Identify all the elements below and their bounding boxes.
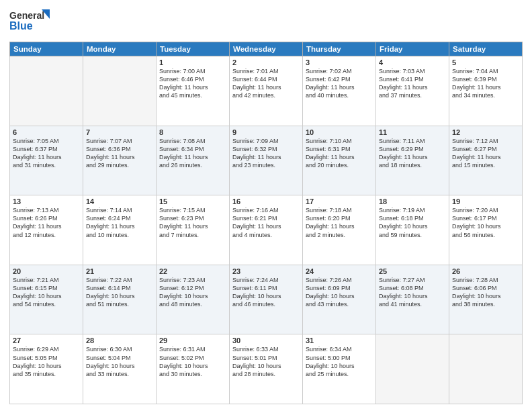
day-number: 10 (306, 128, 373, 136)
svg-text:Blue: Blue (9, 20, 33, 32)
day-header-saturday: Saturday (449, 42, 523, 56)
calendar-week-row: 27Sunrise: 6:29 AM Sunset: 5:05 PM Dayli… (10, 334, 523, 404)
day-info: Sunrise: 7:08 AM Sunset: 6:34 PM Dayligh… (159, 137, 226, 170)
day-info: Sunrise: 6:31 AM Sunset: 5:02 PM Dayligh… (159, 345, 226, 378)
calendar-week-row: 1Sunrise: 7:00 AM Sunset: 6:46 PM Daylig… (10, 56, 523, 126)
calendar-cell: 25Sunrise: 7:27 AM Sunset: 6:08 PM Dayli… (376, 265, 449, 334)
day-info: Sunrise: 7:19 AM Sunset: 6:18 PM Dayligh… (379, 206, 446, 239)
calendar-cell: 12Sunrise: 7:12 AM Sunset: 6:27 PM Dayli… (449, 126, 523, 195)
calendar-cell: 11Sunrise: 7:11 AM Sunset: 6:29 PM Dayli… (376, 126, 449, 195)
day-info: Sunrise: 7:22 AM Sunset: 6:14 PM Dayligh… (86, 276, 153, 309)
day-info: Sunrise: 7:27 AM Sunset: 6:08 PM Dayligh… (379, 276, 446, 309)
calendar-cell: 20Sunrise: 7:21 AM Sunset: 6:15 PM Dayli… (10, 265, 83, 334)
day-number: 11 (379, 128, 446, 136)
calendar-cell: 30Sunrise: 6:33 AM Sunset: 5:01 PM Dayli… (230, 334, 303, 404)
day-info: Sunrise: 7:11 AM Sunset: 6:29 PM Dayligh… (379, 137, 446, 170)
calendar-cell: 22Sunrise: 7:23 AM Sunset: 6:12 PM Dayli… (157, 265, 230, 334)
day-number: 23 (232, 267, 300, 275)
day-info: Sunrise: 7:15 AM Sunset: 6:23 PM Dayligh… (159, 206, 226, 239)
day-info: Sunrise: 7:09 AM Sunset: 6:32 PM Dayligh… (232, 137, 300, 170)
svg-text:General: General (9, 10, 44, 21)
day-number: 26 (452, 267, 519, 275)
calendar-cell: 29Sunrise: 6:31 AM Sunset: 5:02 PM Dayli… (157, 334, 230, 404)
day-header-thursday: Thursday (303, 42, 376, 56)
calendar-cell: 18Sunrise: 7:19 AM Sunset: 6:18 PM Dayli… (376, 195, 449, 265)
logo-graphic: General Blue (9, 7, 50, 38)
day-number: 17 (306, 197, 373, 205)
calendar-week-row: 20Sunrise: 7:21 AM Sunset: 6:15 PM Dayli… (10, 265, 523, 334)
day-info: Sunrise: 7:18 AM Sunset: 6:20 PM Dayligh… (306, 206, 373, 239)
calendar-week-row: 6Sunrise: 7:05 AM Sunset: 6:37 PM Daylig… (10, 126, 523, 195)
day-number: 5 (452, 58, 519, 66)
calendar-cell: 8Sunrise: 7:08 AM Sunset: 6:34 PM Daylig… (157, 126, 230, 195)
calendar-cell: 26Sunrise: 7:28 AM Sunset: 6:06 PM Dayli… (449, 265, 523, 334)
day-info: Sunrise: 7:14 AM Sunset: 6:24 PM Dayligh… (86, 206, 153, 239)
day-header-friday: Friday (376, 42, 449, 56)
calendar-cell: 4Sunrise: 7:03 AM Sunset: 6:41 PM Daylig… (376, 56, 449, 126)
calendar-cell: 15Sunrise: 7:15 AM Sunset: 6:23 PM Dayli… (157, 195, 230, 265)
day-info: Sunrise: 7:16 AM Sunset: 6:21 PM Dayligh… (232, 206, 300, 239)
day-info: Sunrise: 7:20 AM Sunset: 6:17 PM Dayligh… (452, 206, 519, 239)
logo-svg: General Blue (9, 7, 50, 35)
day-info: Sunrise: 6:30 AM Sunset: 5:04 PM Dayligh… (86, 345, 153, 378)
day-number: 14 (86, 197, 153, 205)
day-number: 8 (159, 128, 226, 136)
day-header-wednesday: Wednesday (230, 42, 303, 56)
calendar-table: SundayMondayTuesdayWednesdayThursdayFrid… (9, 42, 523, 404)
day-info: Sunrise: 6:34 AM Sunset: 5:00 PM Dayligh… (306, 345, 373, 378)
calendar-cell: 1Sunrise: 7:00 AM Sunset: 6:46 PM Daylig… (157, 56, 230, 126)
day-info: Sunrise: 7:05 AM Sunset: 6:37 PM Dayligh… (13, 137, 80, 170)
day-info: Sunrise: 7:23 AM Sunset: 6:12 PM Dayligh… (159, 276, 226, 309)
day-header-monday: Monday (83, 42, 157, 56)
day-number: 22 (159, 267, 226, 275)
day-info: Sunrise: 7:26 AM Sunset: 6:09 PM Dayligh… (306, 276, 373, 309)
page: General Blue SundayMondayTuesdayWednesda… (0, 0, 532, 411)
day-number: 1 (159, 58, 226, 66)
day-info: Sunrise: 7:07 AM Sunset: 6:36 PM Dayligh… (86, 137, 153, 170)
day-number: 27 (13, 336, 80, 345)
calendar-header-row: SundayMondayTuesdayWednesdayThursdayFrid… (10, 42, 523, 56)
calendar-cell: 6Sunrise: 7:05 AM Sunset: 6:37 PM Daylig… (10, 126, 83, 195)
calendar-week-row: 13Sunrise: 7:13 AM Sunset: 6:26 PM Dayli… (10, 195, 523, 265)
calendar-cell (376, 334, 449, 404)
calendar-cell: 31Sunrise: 6:34 AM Sunset: 5:00 PM Dayli… (303, 334, 376, 404)
day-number: 19 (452, 197, 519, 205)
calendar-cell: 14Sunrise: 7:14 AM Sunset: 6:24 PM Dayli… (83, 195, 157, 265)
day-info: Sunrise: 7:24 AM Sunset: 6:11 PM Dayligh… (232, 276, 300, 309)
day-number: 24 (306, 267, 373, 275)
day-info: Sunrise: 7:02 AM Sunset: 6:42 PM Dayligh… (306, 67, 373, 100)
day-info: Sunrise: 6:33 AM Sunset: 5:01 PM Dayligh… (232, 345, 300, 378)
day-number: 21 (86, 267, 153, 275)
day-header-tuesday: Tuesday (157, 42, 230, 56)
calendar-cell (449, 334, 523, 404)
day-number: 20 (13, 267, 80, 275)
day-info: Sunrise: 7:03 AM Sunset: 6:41 PM Dayligh… (379, 67, 446, 100)
day-number: 2 (232, 58, 300, 66)
day-info: Sunrise: 7:01 AM Sunset: 6:44 PM Dayligh… (232, 67, 300, 100)
day-number: 29 (159, 336, 226, 345)
logo: General Blue (9, 7, 50, 38)
calendar-cell: 19Sunrise: 7:20 AM Sunset: 6:17 PM Dayli… (449, 195, 523, 265)
day-number: 15 (159, 197, 226, 205)
day-info: Sunrise: 7:13 AM Sunset: 6:26 PM Dayligh… (13, 206, 80, 239)
calendar-cell: 27Sunrise: 6:29 AM Sunset: 5:05 PM Dayli… (10, 334, 83, 404)
day-number: 6 (13, 128, 80, 136)
day-number: 12 (452, 128, 519, 136)
logo-container: General Blue (9, 7, 50, 38)
day-number: 4 (379, 58, 446, 66)
day-number: 30 (232, 336, 300, 345)
day-header-sunday: Sunday (10, 42, 83, 56)
calendar-cell: 16Sunrise: 7:16 AM Sunset: 6:21 PM Dayli… (230, 195, 303, 265)
calendar-cell: 24Sunrise: 7:26 AM Sunset: 6:09 PM Dayli… (303, 265, 376, 334)
calendar-cell: 3Sunrise: 7:02 AM Sunset: 6:42 PM Daylig… (303, 56, 376, 126)
day-number: 3 (306, 58, 373, 66)
day-info: Sunrise: 6:29 AM Sunset: 5:05 PM Dayligh… (13, 345, 80, 378)
calendar-cell: 5Sunrise: 7:04 AM Sunset: 6:39 PM Daylig… (449, 56, 523, 126)
day-number: 16 (232, 197, 300, 205)
day-info: Sunrise: 7:04 AM Sunset: 6:39 PM Dayligh… (452, 67, 519, 100)
calendar-cell (83, 56, 157, 126)
header: General Blue (9, 7, 523, 38)
calendar-cell: 7Sunrise: 7:07 AM Sunset: 6:36 PM Daylig… (83, 126, 157, 195)
calendar-cell (10, 56, 83, 126)
day-number: 25 (379, 267, 446, 275)
